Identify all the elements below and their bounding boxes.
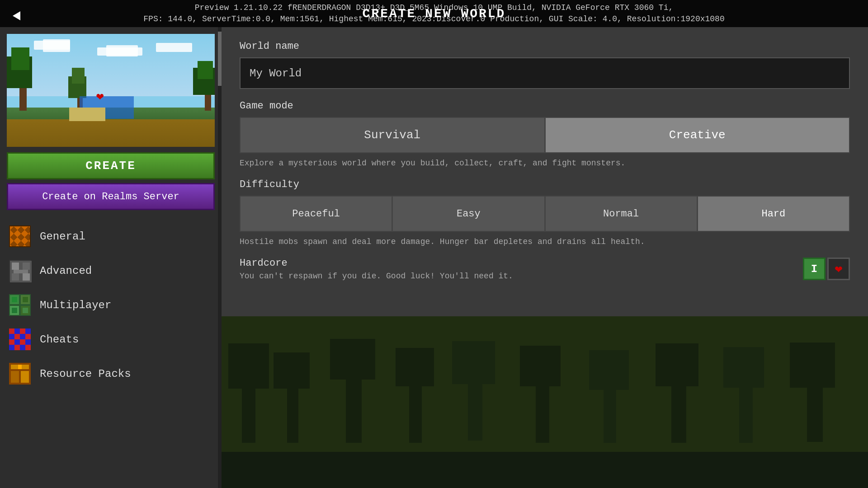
difficulty-label: Difficulty xyxy=(240,179,850,190)
svg-rect-2 xyxy=(12,263,19,270)
hardcore-title: Hardcore xyxy=(240,258,803,269)
svg-rect-44 xyxy=(330,339,375,380)
svg-rect-50 xyxy=(520,346,561,386)
hard-button[interactable]: Hard xyxy=(697,196,850,232)
sidebar-item-multiplayer[interactable]: Multiplayer xyxy=(0,288,222,322)
survival-label: Survival xyxy=(364,128,420,142)
world-name-input[interactable] xyxy=(240,57,850,89)
difficulty-buttons: Peaceful Easy Normal Hard xyxy=(240,196,850,232)
svg-rect-54 xyxy=(656,343,698,386)
realms-button-label: Create on Realms Server xyxy=(42,191,179,202)
realms-button[interactable]: Create on Realms Server xyxy=(7,183,215,210)
svg-rect-15 xyxy=(23,308,28,313)
svg-rect-36 xyxy=(21,371,29,383)
world-preview: ❤ xyxy=(7,34,215,147)
cloud-2 xyxy=(43,39,70,52)
svg-rect-21 xyxy=(9,334,14,339)
svg-rect-6 xyxy=(14,270,28,273)
game-mode-buttons: Survival Creative xyxy=(240,117,850,153)
cheats-icon xyxy=(9,328,31,350)
sidebar-item-general[interactable]: General xyxy=(0,219,222,253)
normal-button[interactable]: Normal xyxy=(545,196,697,232)
hardcore-desc: You can't respawn if you die. Good luck!… xyxy=(240,272,803,281)
resource-packs-icon xyxy=(9,363,31,385)
general-label: General xyxy=(40,230,85,243)
multiplayer-icon xyxy=(9,294,31,316)
world-name-label: World name xyxy=(240,41,850,52)
svg-rect-48 xyxy=(452,341,495,384)
advanced-label: Advanced xyxy=(40,265,92,277)
svg-rect-19 xyxy=(20,328,25,334)
difficulty-description: Hostile mobs spawn and deal more damage.… xyxy=(240,237,850,246)
peaceful-label: Peaceful xyxy=(292,208,340,220)
svg-rect-23 xyxy=(20,334,25,339)
hard-label: Hard xyxy=(761,208,785,220)
scroll-thumb[interactable] xyxy=(218,32,222,86)
svg-rect-9 xyxy=(12,297,17,302)
toggle-off-label: I xyxy=(811,263,817,275)
svg-rect-56 xyxy=(723,347,764,388)
normal-label: Normal xyxy=(603,208,639,220)
svg-marker-0 xyxy=(13,11,20,20)
sidebar-item-cheats[interactable]: Cheats xyxy=(0,322,222,357)
svg-rect-22 xyxy=(14,334,20,339)
svg-rect-28 xyxy=(25,339,31,345)
hardcore-text: Hardcore You can't respawn if you die. G… xyxy=(240,258,803,281)
svg-rect-11 xyxy=(23,297,28,302)
game-mode-description: Explore a mysterious world where you bui… xyxy=(240,159,850,168)
sidebar-nav: General Advanced xyxy=(0,217,222,488)
game-mode-label: Game mode xyxy=(240,100,850,112)
sidebar-item-advanced[interactable]: Advanced xyxy=(0,253,222,288)
cloud-4 xyxy=(106,45,138,56)
toggle-heart-icon: ❤ xyxy=(835,261,843,277)
right-panel: World name Game mode Survival Creative E… xyxy=(222,27,868,488)
svg-rect-59 xyxy=(222,452,868,488)
game-mode-section: Game mode Survival Creative Explore a my… xyxy=(240,100,850,168)
svg-rect-5 xyxy=(23,273,30,281)
svg-rect-52 xyxy=(589,350,629,390)
general-icon xyxy=(9,225,31,247)
svg-rect-26 xyxy=(14,339,20,345)
svg-rect-25 xyxy=(9,339,14,345)
peaceful-button[interactable]: Peaceful xyxy=(240,196,392,232)
mc-sand xyxy=(69,108,105,121)
svg-rect-31 xyxy=(20,345,25,350)
create-button[interactable]: CREATE xyxy=(7,152,215,179)
multiplayer-label: Multiplayer xyxy=(40,299,111,311)
left-panel: ❤ CREATE Create on Realms Server General xyxy=(0,27,222,488)
difficulty-section: Difficulty Peaceful Easy Normal Hard H xyxy=(240,179,850,246)
svg-rect-40 xyxy=(228,343,269,389)
player-heart: ❤ xyxy=(96,89,104,104)
page-title: CREATE NEW WORLD xyxy=(363,7,506,21)
right-content: World name Game mode Survival Creative E… xyxy=(240,41,850,281)
cloud-5 xyxy=(156,43,192,52)
svg-rect-30 xyxy=(14,345,20,350)
svg-rect-29 xyxy=(9,345,14,350)
svg-rect-18 xyxy=(14,328,20,334)
sidebar-item-resource-packs[interactable]: Resource Packs xyxy=(0,357,222,391)
svg-rect-42 xyxy=(274,352,310,389)
easy-button[interactable]: Easy xyxy=(392,196,544,232)
svg-rect-27 xyxy=(20,339,25,345)
scroll-indicator[interactable] xyxy=(218,27,222,488)
svg-rect-32 xyxy=(25,345,31,350)
survival-mode-button[interactable]: Survival xyxy=(240,117,545,153)
background-landscape xyxy=(222,316,868,488)
hardcore-toggle[interactable]: I ❤ xyxy=(803,258,850,280)
back-button[interactable] xyxy=(5,5,27,27)
svg-rect-24 xyxy=(25,334,31,339)
svg-rect-58 xyxy=(790,343,835,388)
resource-packs-label: Resource Packs xyxy=(40,368,131,380)
svg-rect-35 xyxy=(11,371,19,383)
svg-rect-17 xyxy=(9,328,14,334)
svg-rect-3 xyxy=(23,263,30,270)
hardcore-toggle-off[interactable]: I xyxy=(803,258,826,280)
svg-rect-13 xyxy=(12,308,17,313)
create-button-label: CREATE xyxy=(85,159,136,173)
creative-mode-button[interactable]: Creative xyxy=(545,117,850,153)
hardcore-toggle-heart[interactable]: ❤ xyxy=(827,258,850,280)
cheats-label: Cheats xyxy=(40,333,79,346)
svg-rect-4 xyxy=(12,273,19,281)
advanced-icon xyxy=(9,260,31,282)
main-container: ❤ CREATE Create on Realms Server General xyxy=(0,27,868,488)
